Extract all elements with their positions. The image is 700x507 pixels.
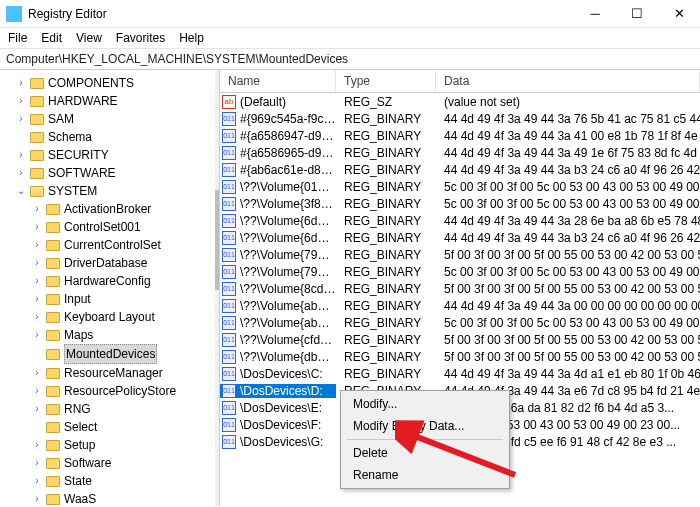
value-type: REG_SZ [336, 95, 436, 109]
chevron-right-icon[interactable]: › [32, 218, 42, 236]
value-row[interactable]: 011#{a6586947-d96e-...REG_BINARY44 4d 49… [220, 127, 700, 144]
tree-label: State [64, 472, 92, 490]
tree-item[interactable]: ›SAM [16, 110, 219, 128]
menu-item-rename[interactable]: Rename [343, 464, 507, 486]
menu-item-delete[interactable]: Delete [343, 442, 507, 464]
tree-item[interactable]: ›Keyboard Layout [32, 308, 219, 326]
chevron-down-icon[interactable]: ⌄ [16, 182, 26, 200]
chevron-right-icon[interactable]: › [32, 400, 42, 418]
tree-item[interactable]: ›COMPONENTS [16, 74, 219, 92]
value-row[interactable]: 011\??\Volume{cfd65...REG_BINARY5f 00 3f… [220, 331, 700, 348]
tree-item[interactable]: ›SOFTWARE [16, 164, 219, 182]
maximize-button[interactable]: ☐ [616, 0, 658, 27]
chevron-right-icon[interactable]: › [16, 164, 26, 182]
tree-label: WaaS [64, 490, 96, 506]
tree-pane[interactable]: ›COMPONENTS ›HARDWARE ›SAM Schema ›SECUR… [0, 70, 220, 506]
value-data: 44 4d 49 4f 3a 49 44 3a 28 6e ba a8 6b e… [436, 214, 700, 228]
tree-item[interactable]: ›DriverDatabase [32, 254, 219, 272]
address-bar[interactable]: Computer\HKEY_LOCAL_MACHINE\SYSTEM\Mount… [0, 49, 700, 70]
tree-item[interactable]: ⌄SYSTEM [16, 182, 219, 200]
tree-item[interactable]: ›Setup [32, 436, 219, 454]
binary-value-icon: 011 [222, 231, 236, 245]
tree-item[interactable]: ›CurrentControlSet [32, 236, 219, 254]
tree-item[interactable]: ›SECURITY [16, 146, 219, 164]
menu-item-modify[interactable]: Modify... [343, 393, 507, 415]
title-bar: Registry Editor ─ ☐ ✕ [0, 0, 700, 28]
binary-value-icon: 011 [222, 401, 236, 415]
close-button[interactable]: ✕ [658, 0, 700, 27]
value-row[interactable]: 011\??\Volume{6d5b...REG_BINARY44 4d 49 … [220, 229, 700, 246]
menu-bar: File Edit View Favorites Help [0, 28, 700, 49]
tree-item[interactable]: ›ControlSet001 [32, 218, 219, 236]
folder-icon [46, 294, 60, 305]
value-row[interactable]: 011\??\Volume{db08...REG_BINARY5f 00 3f … [220, 348, 700, 365]
chevron-right-icon[interactable]: › [32, 308, 42, 326]
value-row[interactable]: 011\DosDevices\C:REG_BINARY44 4d 49 4f 3… [220, 365, 700, 382]
menu-favorites[interactable]: Favorites [116, 31, 165, 45]
menu-help[interactable]: Help [179, 31, 204, 45]
tree-label: ResourceManager [64, 364, 163, 382]
tree-label: COMPONENTS [48, 74, 134, 92]
tree-item[interactable]: ›HARDWARE [16, 92, 219, 110]
folder-icon [46, 386, 60, 397]
value-row[interactable]: 011\??\Volume{ab6a...REG_BINARY44 4d 49 … [220, 297, 700, 314]
value-row[interactable]: ab(Default)REG_SZ(value not set) [220, 93, 700, 110]
menu-item-modify-binary[interactable]: Modify Binary Data... [343, 415, 507, 437]
tree-item[interactable]: ›State [32, 472, 219, 490]
value-row[interactable]: 011\??\Volume{ab6a...REG_BINARY5c 00 3f … [220, 314, 700, 331]
value-row[interactable]: 011\??\Volume{3f86d...REG_BINARY5c 00 3f… [220, 195, 700, 212]
tree-item[interactable]: ›Software [32, 454, 219, 472]
value-type: REG_BINARY [336, 282, 436, 296]
tree-item[interactable]: Schema [16, 128, 219, 146]
value-type: REG_BINARY [336, 163, 436, 177]
value-row[interactable]: 011\??\Volume{7938f...REG_BINARY5f 00 3f… [220, 246, 700, 263]
tree-label: ActivationBroker [64, 200, 151, 218]
chevron-right-icon[interactable]: › [16, 146, 26, 164]
tree-label: Maps [64, 326, 93, 344]
chevron-right-icon[interactable]: › [32, 254, 42, 272]
value-row[interactable]: 011#{a6586965-d96e-...REG_BINARY44 4d 49… [220, 144, 700, 161]
chevron-right-icon[interactable]: › [32, 436, 42, 454]
column-header-data[interactable]: Data [436, 70, 700, 92]
chevron-right-icon[interactable]: › [32, 454, 42, 472]
chevron-right-icon[interactable]: › [32, 200, 42, 218]
menu-view[interactable]: View [76, 31, 102, 45]
value-row[interactable]: 011\??\Volume{7938f...REG_BINARY5c 00 3f… [220, 263, 700, 280]
tree-item[interactable]: ›ResourceManager [32, 364, 219, 382]
value-row[interactable]: 011\??\Volume{0179a...REG_BINARY5c 00 3f… [220, 178, 700, 195]
value-name: #{a6586965-d96e-... [238, 146, 336, 160]
column-header-name[interactable]: Name [220, 70, 336, 92]
value-row[interactable]: 011#{969c545a-f9cd-...REG_BINARY44 4d 49… [220, 110, 700, 127]
value-row[interactable]: 011\??\Volume{6d5b...REG_BINARY44 4d 49 … [220, 212, 700, 229]
tree-item[interactable]: ›WaaS [32, 490, 219, 506]
tree-item[interactable]: ›ActivationBroker [32, 200, 219, 218]
value-name: \DosDevices\C: [238, 367, 336, 381]
tree-item[interactable]: ›Maps [32, 326, 219, 344]
tree-item[interactable]: ›ResourcePolicyStore [32, 382, 219, 400]
tree-item[interactable]: Select [32, 418, 219, 436]
chevron-right-icon[interactable]: › [32, 472, 42, 490]
tree-item[interactable]: ›RNG [32, 400, 219, 418]
value-row[interactable]: 011\??\Volume{8cd9...REG_BINARY5f 00 3f … [220, 280, 700, 297]
tree-item[interactable]: ›HardwareConfig [32, 272, 219, 290]
binary-value-icon: 011 [222, 146, 236, 160]
tree-item[interactable]: ›Input [32, 290, 219, 308]
chevron-right-icon[interactable]: › [16, 74, 26, 92]
minimize-button[interactable]: ─ [574, 0, 616, 27]
chevron-right-icon[interactable]: › [32, 382, 42, 400]
chevron-right-icon[interactable]: › [32, 236, 42, 254]
chevron-right-icon[interactable]: › [16, 92, 26, 110]
value-type: REG_BINARY [336, 333, 436, 347]
chevron-right-icon[interactable]: › [32, 272, 42, 290]
tree-item-selected[interactable]: MountedDevices [32, 344, 219, 364]
menu-file[interactable]: File [8, 31, 27, 45]
menu-edit[interactable]: Edit [41, 31, 62, 45]
column-header-type[interactable]: Type [336, 70, 436, 92]
value-row[interactable]: 011#{ab6ac61e-d8d8f-...REG_BINARY44 4d 4… [220, 161, 700, 178]
chevron-right-icon[interactable]: › [32, 290, 42, 308]
chevron-right-icon[interactable]: › [32, 490, 42, 506]
chevron-right-icon[interactable]: › [32, 364, 42, 382]
chevron-right-icon[interactable]: › [16, 110, 26, 128]
tree-label: ControlSet001 [64, 218, 141, 236]
chevron-right-icon[interactable]: › [32, 326, 42, 344]
